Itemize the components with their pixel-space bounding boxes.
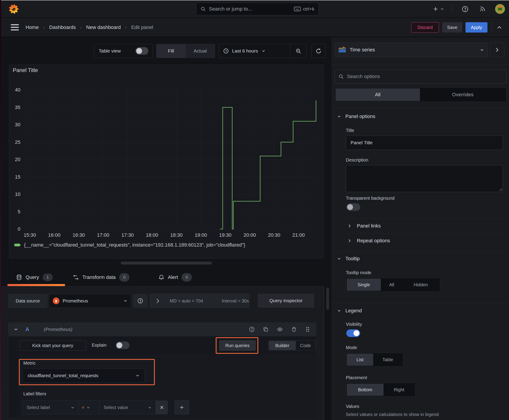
svg-text:20: 20 (15, 157, 20, 162)
collapse-button[interactable] (496, 25, 502, 30)
tab-alert-label: Alert (168, 274, 178, 280)
table-view-control[interactable]: Table view (94, 44, 153, 58)
select-label-dropdown[interactable]: Select label (23, 400, 79, 414)
resize-grip-icon[interactable] (499, 188, 502, 191)
mode-list[interactable]: List (347, 354, 373, 366)
tab-alert-count: 0 (182, 273, 192, 282)
svg-text:17:00: 17:00 (97, 232, 109, 238)
zoom-out-button[interactable] (290, 44, 306, 58)
breadcrumb-new-dashboard[interactable]: New dashboard (86, 24, 121, 30)
grafana-logo[interactable] (8, 4, 19, 14)
transparent-bg-toggle[interactable] (346, 203, 360, 211)
placement-bottom[interactable]: Bottom (347, 384, 384, 396)
save-button[interactable]: Save (442, 22, 462, 32)
tab-transform[interactable]: Transform data 0 (73, 271, 129, 284)
remove-filter-button[interactable] (156, 400, 168, 414)
datasource-picker[interactable]: Prometheus (49, 294, 131, 308)
repeat-options-title: Repeat options (357, 238, 390, 244)
fill-option[interactable]: Fill (156, 44, 186, 58)
hide-query-icon[interactable] (277, 326, 283, 332)
chevron-right-icon (348, 239, 351, 243)
add-filter-button[interactable] (175, 400, 189, 414)
svg-text:20:30: 20:30 (268, 232, 280, 238)
time-picker: Last 6 hours (219, 44, 306, 58)
mode-label: Mode (346, 345, 357, 350)
query-help-icon[interactable] (249, 326, 255, 332)
tab-overrides[interactable]: Overrides (420, 88, 506, 101)
legend-header[interactable]: Legend (337, 306, 362, 316)
options-divider (346, 218, 503, 218)
panel-links-title: Panel links (357, 223, 381, 229)
svg-text:35: 35 (15, 105, 20, 110)
delete-query-icon[interactable] (291, 326, 297, 332)
select-value-dropdown[interactable]: Select value (100, 400, 156, 414)
help-button[interactable] (462, 6, 468, 12)
tooltip-header[interactable]: Tooltip (337, 254, 360, 264)
time-range-button[interactable]: Last 6 hours (219, 44, 290, 58)
tooltip-mode-hidden[interactable]: Hidden (403, 279, 439, 291)
query-row-body: Kick start your query Explain Run querie… (8, 336, 316, 419)
help-icon (137, 298, 143, 304)
chart-legend[interactable]: {__name__="cloudflared_tunnel_total_requ… (14, 242, 245, 248)
code-option[interactable]: Code (296, 341, 315, 350)
pane-scrollbar-thumb[interactable] (326, 288, 329, 310)
placement-right[interactable]: Right (384, 384, 415, 396)
mode-table[interactable]: Table (373, 354, 403, 366)
global-search[interactable]: Search or jump to... ctrl+k (196, 3, 319, 15)
tab-all[interactable]: All (335, 88, 420, 101)
description-field-label: Description (346, 158, 368, 163)
tab-alert[interactable]: Alert 0 (159, 271, 192, 284)
tooltip-mode-single[interactable]: Single (347, 279, 381, 291)
scroll-handle[interactable] (121, 262, 212, 264)
drag-handle-icon[interactable] (305, 326, 310, 332)
metric-highlight (19, 359, 155, 385)
panel-description-input[interactable] (346, 165, 503, 192)
kickstart-button[interactable]: Kick start your query (20, 340, 86, 351)
query-row-header[interactable]: A (Prometheus) (8, 322, 316, 336)
explain-label: Explain (92, 343, 106, 348)
refresh-icon (316, 48, 322, 54)
table-view-toggle[interactable] (135, 47, 148, 55)
refresh-button[interactable] (311, 44, 326, 58)
news-button[interactable] (479, 6, 486, 12)
viz-picker[interactable]: Time series (335, 43, 488, 57)
select-value-placeholder: Select value (104, 405, 148, 410)
tab-query[interactable]: Query 1 (16, 271, 53, 284)
discard-button[interactable]: Discard (411, 22, 439, 32)
explain-toggle[interactable] (116, 341, 129, 349)
user-avatar[interactable] (495, 4, 505, 14)
svg-text:21:00: 21:00 (292, 232, 305, 238)
chevron-down-icon (71, 406, 74, 409)
visibility-toggle[interactable] (346, 329, 360, 337)
chevron-right-icon (495, 47, 499, 52)
menu-toggle[interactable] (11, 24, 19, 31)
breadcrumb-dashboards[interactable]: Dashboards (49, 24, 76, 30)
sidebar-divider (332, 108, 509, 108)
flame-icon (54, 299, 58, 303)
builder-option[interactable]: Builder (269, 341, 296, 350)
row-expand-chevron[interactable] (156, 298, 160, 304)
tooltip-mode-all[interactable]: All (381, 279, 403, 291)
repeat-options-section[interactable]: Repeat options (348, 236, 390, 246)
toggle-viz-pane-button[interactable] (490, 43, 504, 57)
tab-query-count: 1 (43, 273, 53, 281)
run-queries-button[interactable]: Run queries (219, 340, 256, 351)
time-range-label: Last 6 hours (232, 48, 258, 54)
active-tab-underline (8, 284, 65, 286)
datasource-help-button[interactable] (133, 294, 148, 308)
label-filters-label: Label filters (23, 391, 46, 397)
help-icon (462, 6, 468, 12)
operator-dropdown[interactable]: = (79, 400, 100, 414)
actual-option[interactable]: Actual (186, 44, 215, 58)
svg-text:18:00: 18:00 (146, 232, 158, 238)
panel-options-header[interactable]: Panel options (337, 111, 375, 122)
query-inspector-button[interactable]: Query inspector (258, 294, 314, 308)
add-button[interactable] (433, 5, 444, 14)
close-icon (160, 405, 164, 410)
duplicate-query-icon[interactable] (263, 326, 269, 332)
apply-button[interactable]: Apply (465, 22, 487, 32)
options-search[interactable]: Search options (335, 69, 507, 83)
breadcrumb-home[interactable]: Home (26, 24, 39, 30)
panel-links-section[interactable]: Panel links (348, 221, 381, 231)
panel-title-input[interactable] (346, 135, 503, 150)
